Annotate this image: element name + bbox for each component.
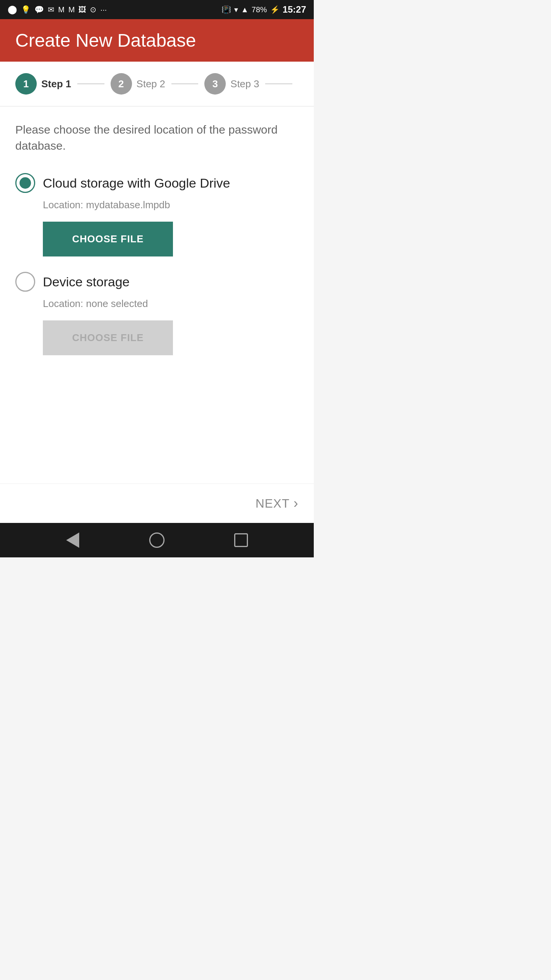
stepper: 1 Step 1 2 Step 2 3 Step 3 (0, 62, 314, 106)
step-2-label: Step 2 (137, 78, 165, 90)
android-nav-bar (0, 523, 314, 557)
cloud-option-header[interactable]: Cloud storage with Google Drive (15, 173, 298, 193)
page-title: Create New Database (15, 30, 298, 51)
signal-icon: ▲ (241, 5, 249, 14)
step-connector-1 (77, 83, 104, 84)
home-button[interactable] (145, 529, 168, 552)
messenger-icon: ✉ (48, 5, 54, 14)
step-3-circle: 3 (204, 73, 226, 95)
battery-text: 78% (252, 5, 267, 14)
cloud-radio-button[interactable] (15, 173, 35, 193)
dots-icon: ··· (100, 5, 107, 14)
step-3-label: Step 3 (230, 78, 259, 90)
status-bar-right: 📳 ▾ ▲ 78% ⚡ 15:27 (222, 4, 306, 15)
photo-icon: 🖼 (78, 5, 86, 14)
bulb-icon: 💡 (21, 5, 31, 14)
step-1-circle: 1 (15, 73, 37, 95)
back-button[interactable] (61, 529, 84, 552)
step-2-item: 2 Step 2 (111, 73, 165, 95)
msg-icon: 💬 (34, 5, 44, 14)
battery-icon: ⚡ (270, 5, 280, 14)
device-location-text: Location: none selected (43, 298, 298, 310)
content-area: Please choose the desired location of th… (0, 106, 314, 483)
step-2-circle: 2 (111, 73, 132, 95)
sun-icon: ⊙ (90, 5, 96, 14)
status-bar: ⬤ 💡 💬 ✉ M M 🖼 ⊙ ··· 📳 ▾ ▲ 78% ⚡ 15:27 (0, 0, 314, 19)
next-label: NEXT (256, 497, 290, 511)
device-storage-option: Device storage Location: none selected C… (15, 272, 298, 355)
device-radio-button[interactable] (15, 272, 35, 292)
cloud-choose-file-button[interactable]: CHOOSE FILE (43, 222, 173, 256)
cloud-option-title: Cloud storage with Google Drive (43, 176, 230, 191)
next-button-row: NEXT › (0, 483, 314, 523)
step-1-label: Step 1 (41, 78, 71, 90)
time-display: 15:27 (283, 4, 306, 15)
gmail2-icon: M (68, 5, 75, 14)
next-button[interactable]: NEXT › (256, 495, 298, 511)
step-connector-3 (265, 83, 292, 84)
wifi-icon: ▾ (234, 5, 238, 14)
cloud-storage-option: Cloud storage with Google Drive Location… (15, 173, 298, 256)
fb-icon: ⬤ (8, 5, 17, 15)
device-choose-file-button[interactable]: CHOOSE FILE (43, 320, 173, 355)
cloud-radio-inner (20, 177, 31, 189)
recents-icon (234, 533, 248, 547)
home-icon (149, 532, 165, 548)
app-header: Create New Database (0, 19, 314, 62)
next-chevron-icon: › (293, 495, 298, 511)
gmail-icon: M (58, 5, 65, 14)
device-option-header[interactable]: Device storage (15, 272, 298, 292)
device-option-title: Device storage (43, 274, 130, 289)
step-3-item: 3 Step 3 (204, 73, 259, 95)
main-content: 1 Step 1 2 Step 2 3 Step 3 Please choose… (0, 62, 314, 523)
step-connector-2 (171, 83, 199, 84)
cloud-location-text: Location: mydatabase.lmpdb (43, 199, 298, 211)
recents-button[interactable] (230, 529, 253, 552)
instruction-text: Please choose the desired location of th… (15, 122, 298, 154)
back-icon (66, 532, 79, 548)
status-bar-left: ⬤ 💡 💬 ✉ M M 🖼 ⊙ ··· (8, 5, 107, 15)
vibrate-icon: 📳 (222, 5, 231, 14)
step-1-item: 1 Step 1 (15, 73, 71, 95)
